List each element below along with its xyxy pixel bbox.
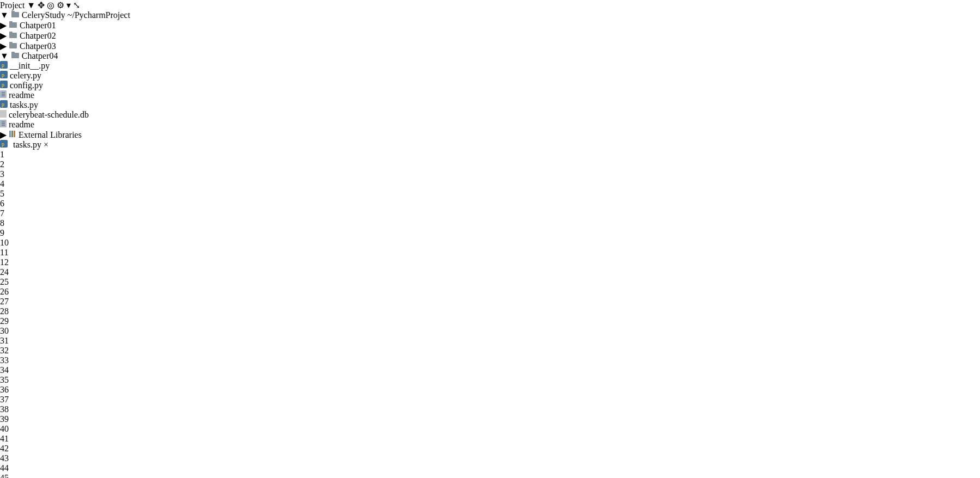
svg-text:p: p <box>2 62 4 68</box>
collapse-icon[interactable]: ⤡ <box>73 1 80 10</box>
tree-folder-chatper03[interactable]: ▶ Chatper03 <box>0 41 980 51</box>
tree-external-libraries[interactable]: ▶ External Libraries <box>0 130 980 140</box>
python-file-icon: p <box>0 71 8 80</box>
tree-folder-chatper02[interactable]: ▶ Chatper02 <box>0 30 980 41</box>
tree-file-readme-root[interactable]: readme <box>0 120 980 130</box>
svg-rect-28 <box>11 131 13 137</box>
library-icon <box>9 130 16 139</box>
project-dropdown-label[interactable]: Project <box>0 1 24 10</box>
tree-file-celery[interactable]: p celery.py <box>0 71 980 81</box>
chevron-right-icon[interactable]: ▶ <box>0 21 7 30</box>
folder-icon <box>9 41 17 51</box>
svg-text:p: p <box>2 72 4 78</box>
svg-text:p: p <box>2 82 4 88</box>
svg-rect-27 <box>9 131 11 137</box>
tree-label: tasks.py <box>10 100 38 109</box>
tree-root-name: CeleryStudy <box>22 10 65 20</box>
file-icon <box>0 110 7 119</box>
folder-icon <box>9 31 17 40</box>
tree-label: Chatper04 <box>22 51 58 60</box>
tree-root[interactable]: ▼ CeleryStudy ~/PycharmProject <box>0 10 980 20</box>
tree-file-db[interactable]: celerybeat-schedule.db <box>0 110 980 120</box>
svg-rect-3 <box>9 21 13 23</box>
svg-text:p: p <box>2 101 4 107</box>
folder-icon <box>9 21 17 30</box>
code-editor[interactable]: 1234567891011122425262728293031323334353… <box>0 150 980 478</box>
crosshair-icon[interactable]: ✥ <box>38 1 45 10</box>
project-toolbar: Project ▼ ✥ ◎ ⚙ ▾ ⤡ <box>0 0 980 10</box>
svg-rect-7 <box>9 42 13 44</box>
chevron-down-icon[interactable]: ▼ <box>0 51 9 60</box>
python-file-icon: p <box>0 81 8 90</box>
chevron-right-icon[interactable]: ▶ <box>0 41 7 51</box>
tree-file-config[interactable]: p config.py <box>0 81 980 90</box>
python-file-icon: p <box>0 140 8 149</box>
chevron-right-icon[interactable]: ▶ <box>0 130 7 139</box>
tree-file-tasks[interactable]: p tasks.py <box>0 100 980 110</box>
line-number-gutter: 1234567891011122425262728293031323334353… <box>0 150 980 478</box>
text-file-icon <box>0 90 7 100</box>
python-file-icon: p <box>0 61 8 70</box>
tree-label: readme <box>9 90 34 100</box>
tab-label: tasks.py <box>13 140 41 149</box>
tree-label: celerybeat-schedule.db <box>9 110 89 119</box>
folder-icon <box>11 10 20 20</box>
tree-folder-chatper04[interactable]: ▼ Chatper04 <box>0 51 980 61</box>
text-file-icon <box>0 120 7 129</box>
gear-icon[interactable]: ⚙ <box>57 1 64 10</box>
svg-rect-1 <box>11 11 15 13</box>
gear-dropdown-arrow[interactable]: ▾ <box>66 1 71 10</box>
tree-label: Chatper03 <box>20 41 56 51</box>
tree-root-path: ~/PycharmProject <box>68 10 130 20</box>
python-file-icon: p <box>0 100 8 109</box>
close-icon[interactable]: × <box>44 140 48 149</box>
tree-label: External Libraries <box>19 130 82 139</box>
tree-label: config.py <box>10 81 43 90</box>
chevron-down-icon[interactable]: ▼ <box>0 10 9 20</box>
tree-label: Chatper01 <box>20 21 56 30</box>
project-tree[interactable]: ▼ CeleryStudy ~/PycharmProject ▶ Chatper… <box>0 10 980 140</box>
tree-label: readme <box>9 120 34 129</box>
target-icon[interactable]: ◎ <box>47 1 54 10</box>
tree-file-readme[interactable]: readme <box>0 90 980 100</box>
svg-rect-29 <box>14 131 15 137</box>
chevron-right-icon[interactable]: ▶ <box>0 31 7 40</box>
svg-rect-22 <box>0 110 7 118</box>
svg-text:p: p <box>2 141 4 147</box>
tree-file-init[interactable]: p __init__.py <box>0 61 980 71</box>
tree-label: Chatper02 <box>20 31 56 40</box>
editor-tab-tasks[interactable]: p tasks.py × <box>0 140 980 150</box>
editor-tabbar: p tasks.py × <box>0 140 980 150</box>
tree-label: celery.py <box>10 71 41 80</box>
editor-area: p tasks.py × 123456789101112242526272829… <box>0 140 980 478</box>
svg-rect-9 <box>11 52 15 54</box>
folder-icon <box>11 51 20 60</box>
tree-label: __init__.py <box>10 61 50 70</box>
svg-rect-5 <box>9 32 13 34</box>
project-dropdown-arrow[interactable]: ▼ <box>27 1 35 10</box>
tree-folder-chatper01[interactable]: ▶ Chatper01 <box>0 20 980 30</box>
